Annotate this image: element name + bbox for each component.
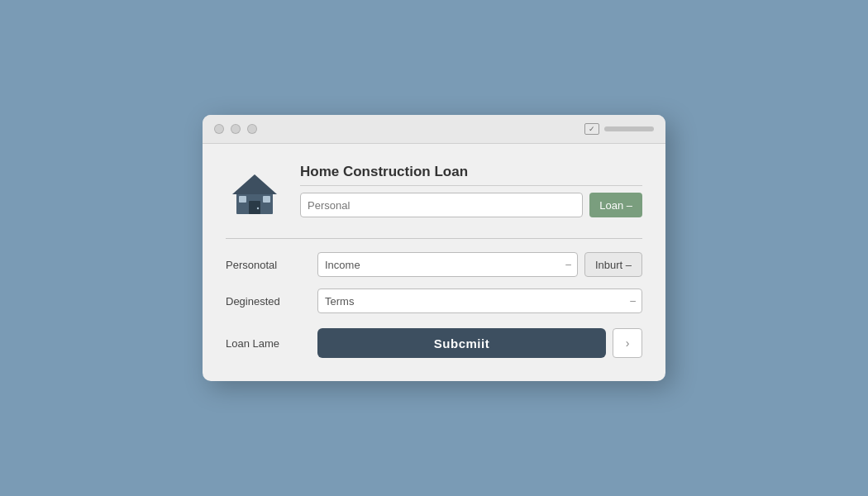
section-divider <box>226 238 642 239</box>
inburt-button[interactable]: Inburt – <box>584 252 642 277</box>
form-inputs-designated: Terms <box>317 289 642 313</box>
top-input-row: Loan – <box>300 193 642 217</box>
traffic-light-close[interactable] <box>214 124 224 134</box>
form-section: Personotal Income Inburt – Deginested <box>226 252 642 358</box>
income-select-wrapper: Income <box>317 252 578 277</box>
toolbar-check-icon[interactable] <box>584 123 599 135</box>
title-bar <box>203 115 665 144</box>
svg-rect-3 <box>239 196 246 203</box>
form-inputs-personal: Income Inburt – <box>317 252 642 277</box>
header-row: Home Construction Loan Loan – <box>226 164 642 222</box>
traffic-light-maximize[interactable] <box>247 124 257 134</box>
application-window: Home Construction Loan Loan – Personotal… <box>203 115 665 381</box>
form-row-designated: Deginested Terms <box>226 289 642 313</box>
income-select[interactable]: Income <box>317 252 578 277</box>
form-row-personal: Personotal Income Inburt – <box>226 252 642 277</box>
arrow-button[interactable]: › <box>613 328 642 358</box>
title-bar-right <box>584 123 654 135</box>
svg-rect-2 <box>249 201 260 214</box>
page-title: Home Construction Loan <box>300 164 642 186</box>
window-content: Home Construction Loan Loan – Personotal… <box>203 144 665 381</box>
loan-button[interactable]: Loan – <box>589 193 642 217</box>
svg-marker-1 <box>232 174 277 194</box>
submit-button[interactable]: Subcmiit <box>317 328 606 358</box>
personal-input[interactable] <box>300 193 583 217</box>
submit-row: Loan Lame Subcmiit › <box>226 328 642 358</box>
loan-label: Loan Lame <box>226 337 304 350</box>
terms-select[interactable]: Terms <box>317 289 642 313</box>
header-right: Home Construction Loan Loan – <box>300 164 642 217</box>
svg-rect-4 <box>263 196 270 203</box>
submit-area: Subcmiit › <box>317 328 642 358</box>
toolbar-progress-bar <box>604 126 654 131</box>
personal-label: Personotal <box>226 259 304 271</box>
terms-select-wrapper: Terms <box>317 289 642 313</box>
traffic-light-minimize[interactable] <box>231 124 241 134</box>
svg-point-5 <box>257 207 259 209</box>
designated-label: Deginested <box>226 295 304 308</box>
house-icon <box>226 164 284 222</box>
